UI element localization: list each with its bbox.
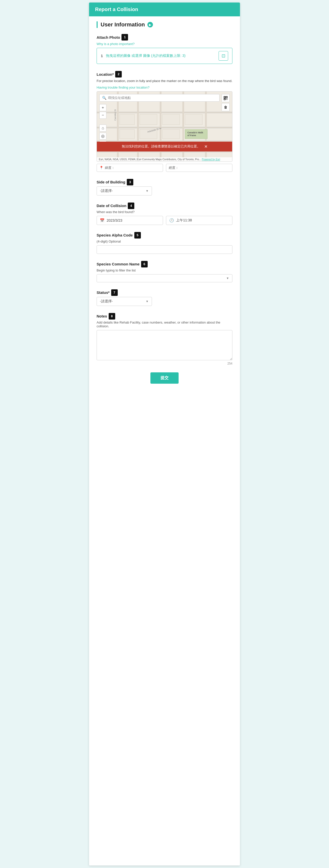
map-zoom-controls: + − bbox=[99, 104, 106, 119]
map-street-label: Camden St bbox=[114, 109, 117, 121]
step-badge-3: 3 bbox=[127, 179, 133, 185]
lat-label: 緯度： bbox=[105, 165, 115, 170]
map-top-right-controls: 🗑 bbox=[222, 94, 230, 111]
attach-photo-group: Attach Photo 1 Why is a photo important?… bbox=[97, 34, 232, 64]
location-pin-icon: 📍 bbox=[99, 166, 103, 169]
section-expand-icon[interactable]: ▶ bbox=[147, 22, 153, 27]
photo-upload-area[interactable]: 1 拖曳這裡的圖像 或選擇 圖像 (允許的檔案數上限: 3) ⊡ bbox=[97, 48, 232, 64]
step-badge-8: 8 bbox=[109, 313, 115, 319]
side-of-building-value: -請選擇- bbox=[100, 189, 113, 193]
char-count: 254 bbox=[97, 362, 232, 365]
species-common-label-row: Species Common Name 6 bbox=[97, 261, 232, 268]
lon-input[interactable] bbox=[180, 166, 230, 169]
time-value: 上午11:38 bbox=[176, 218, 192, 223]
location-label: Location* bbox=[97, 72, 114, 76]
file-count: 1 bbox=[101, 54, 103, 58]
zoom-in-button[interactable]: + bbox=[99, 104, 106, 111]
step-badge-1: 1 bbox=[122, 34, 128, 40]
upload-instruction: 拖曳這裡的圖像 或選擇 圖像 (允許的檔案數上限: 3) bbox=[106, 54, 186, 58]
species-common-select[interactable]: ▼ bbox=[97, 274, 232, 282]
step-badge-7: 7 bbox=[111, 289, 118, 296]
map-container: Canada's Walkof Fame Adelaide St W King … bbox=[97, 91, 232, 162]
upload-text-area: 1 拖曳這裡的圖像 或選擇 圖像 (允許的檔案數上限: 3) bbox=[101, 54, 219, 58]
why-photo-link[interactable]: Why is a photo important? bbox=[97, 42, 135, 46]
side-of-building-arrow-icon: ▼ bbox=[145, 189, 149, 193]
submit-row: 提交 bbox=[97, 372, 232, 384]
side-of-building-select[interactable]: -請選擇- ▼ bbox=[97, 186, 152, 195]
step-badge-6: 6 bbox=[141, 261, 147, 268]
map-block bbox=[120, 129, 135, 139]
date-field[interactable]: 📅 2023/3/23 bbox=[97, 216, 163, 225]
date-value: 2023/3/23 bbox=[107, 218, 122, 222]
qr-code-button[interactable] bbox=[222, 94, 230, 102]
time-field[interactable]: 🕐 上午11:38 bbox=[166, 216, 232, 225]
status-select[interactable]: -請選擇- ▼ bbox=[97, 297, 152, 306]
species-alpha-label-row: Species Alpha Code 5 bbox=[97, 232, 232, 239]
delete-button[interactable]: 🗑 bbox=[222, 103, 230, 111]
map-error-banner: 無法找到您的位置。請檢查瀏覽器以確定已共用位置。 ✕ bbox=[97, 142, 232, 151]
date-of-collision-label: Date of Collision bbox=[97, 204, 126, 208]
calendar-icon: 📅 bbox=[100, 218, 105, 223]
species-common-name-group: Species Common Name 6 Begin typing to fi… bbox=[97, 261, 232, 282]
map-block bbox=[162, 114, 180, 125]
locate-button[interactable]: ◎ bbox=[99, 132, 106, 140]
species-common-sub-label: Begin typing to filter the list bbox=[97, 269, 232, 272]
longitude-field[interactable]: 經度： bbox=[166, 164, 232, 172]
location-trouble-link[interactable]: Having trouble finding your location? bbox=[97, 86, 150, 89]
map-search-input[interactable] bbox=[108, 96, 217, 100]
notes-label-row: Notes 8 bbox=[97, 313, 232, 319]
form-body: User Information ▶ Attach Photo 1 Why is… bbox=[89, 17, 240, 394]
attach-photo-label-row: Attach Photo 1 bbox=[97, 34, 232, 40]
species-alpha-label: Species Alpha Code bbox=[97, 233, 133, 237]
notes-sub-label: Add details like Rehab Facility, case nu… bbox=[97, 320, 232, 328]
map-attribution: Esri, NASA, NGA, USGS, FEMA | Esri Commu… bbox=[97, 157, 232, 161]
attach-photo-label: Attach Photo bbox=[97, 35, 120, 39]
status-value: -請選擇- bbox=[100, 299, 113, 304]
date-of-collision-label-row: Date of Collision 4 bbox=[97, 203, 232, 209]
side-of-building-label: Side of Building bbox=[97, 180, 125, 184]
date-of-collision-group: Date of Collision 4 When was the bird fo… bbox=[97, 203, 232, 225]
map-block bbox=[120, 114, 135, 125]
species-alpha-input[interactable] bbox=[97, 245, 232, 254]
user-information-section: User Information ▶ bbox=[97, 21, 232, 28]
date-sub-label: When was the bird found? bbox=[97, 210, 232, 214]
map-block bbox=[185, 114, 202, 125]
species-common-label: Species Common Name bbox=[97, 262, 140, 266]
location-description: For precise location, zoom in fully and … bbox=[97, 79, 232, 84]
svg-rect-4 bbox=[226, 97, 227, 97]
species-common-arrow-icon: ▼ bbox=[226, 277, 229, 280]
home-button[interactable]: ⌂ bbox=[99, 125, 106, 132]
svg-rect-8 bbox=[226, 99, 226, 100]
map-search-bar[interactable]: 🔍 bbox=[99, 94, 220, 102]
zoom-out-button[interactable]: − bbox=[99, 112, 106, 119]
status-arrow-icon: ▼ bbox=[145, 300, 149, 303]
datetime-row: 📅 2023/3/23 🕐 上午11:38 bbox=[97, 216, 232, 225]
status-label: Status* bbox=[97, 290, 110, 294]
map-block bbox=[140, 114, 157, 125]
attribution-link[interactable]: Powered by Esri bbox=[202, 158, 220, 161]
page-title: Report a Collision bbox=[95, 6, 138, 12]
svg-rect-9 bbox=[227, 99, 227, 100]
lat-input[interactable] bbox=[116, 166, 160, 169]
page-container: Report a Collision User Information ▶ At… bbox=[89, 2, 240, 866]
map-error-close[interactable]: ✕ bbox=[204, 144, 207, 149]
notes-group: Notes 8 Add details like Rehab Facility,… bbox=[97, 313, 232, 365]
location-label-row: Location* 2 bbox=[97, 71, 232, 78]
map-error-text: 無法找到您的位置。請檢查瀏覽器以確定已共用位置。 bbox=[122, 144, 200, 149]
section-heading: User Information bbox=[101, 21, 145, 28]
camera-button[interactable]: ⊡ bbox=[219, 51, 228, 61]
latitude-field[interactable]: 📍 緯度： bbox=[97, 164, 163, 172]
status-label-row: Status* 7 bbox=[97, 289, 232, 296]
notes-textarea[interactable] bbox=[97, 330, 232, 360]
step-badge-2: 2 bbox=[115, 71, 122, 78]
species-alpha-sub-label: (4-digit) Optional bbox=[97, 240, 232, 243]
clock-icon: 🕐 bbox=[169, 218, 174, 223]
step-badge-4: 4 bbox=[128, 203, 134, 209]
map-coordinates: 📍 緯度： 經度： bbox=[97, 164, 232, 172]
step-badge-5: 5 bbox=[134, 232, 141, 239]
attribution-text: Esri, NASA, NGA, USGS, FEMA | Esri Commu… bbox=[99, 158, 201, 161]
submit-button[interactable]: 提交 bbox=[151, 372, 178, 384]
page-header: Report a Collision bbox=[89, 2, 240, 17]
notes-label: Notes bbox=[97, 314, 107, 318]
svg-rect-7 bbox=[227, 98, 227, 99]
